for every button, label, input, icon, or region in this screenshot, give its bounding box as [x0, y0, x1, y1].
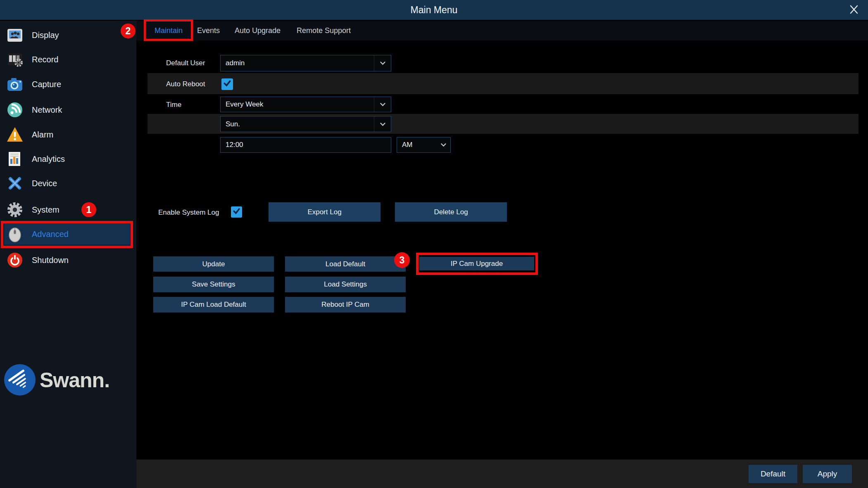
sidebar-item-capture[interactable]: Capture	[0, 73, 136, 95]
alarm-icon	[6, 126, 24, 144]
sidebar-item-network[interactable]: Network	[0, 99, 136, 121]
tab-maintain[interactable]: Maintain	[145, 21, 192, 40]
page-title: Main Menu	[0, 0, 868, 20]
sidebar-item-advanced[interactable]: Advanced	[4, 223, 130, 245]
sidebar-item-record[interactable]: Record	[0, 49, 136, 70]
day-dropdown[interactable]: Sun.	[220, 116, 391, 132]
update-button[interactable]: Update	[153, 256, 274, 272]
mouse-icon	[6, 225, 24, 243]
tab-bar: Maintain Events Auto Upgrade Remote Supp…	[136, 21, 868, 40]
sidebar-item-label: Device	[32, 173, 57, 194]
power-icon	[6, 251, 24, 269]
day-value: Sun.	[221, 120, 374, 128]
reboot-ip-cam-button[interactable]: Reboot IP Cam	[285, 297, 406, 313]
network-icon	[6, 101, 24, 119]
time-label: Time	[166, 101, 181, 109]
close-button[interactable]	[847, 4, 861, 17]
sidebar-item-label: Shutdown	[32, 249, 69, 271]
tab-events[interactable]: Events	[197, 21, 220, 40]
enable-system-log-label: Enable System Log	[158, 208, 219, 217]
chevron-down-icon	[374, 97, 391, 112]
meridiem-dropdown[interactable]: AM	[397, 137, 451, 153]
time-input-value: 12:00	[221, 141, 243, 149]
sidebar-item-label: Capture	[32, 73, 61, 95]
load-settings-button[interactable]: Load Settings	[285, 277, 406, 292]
chevron-down-icon	[374, 55, 391, 71]
swann-logo-text: Swann.	[40, 368, 109, 392]
capture-icon	[6, 75, 24, 93]
sidebar-item-label: System	[32, 199, 59, 220]
record-icon	[6, 50, 24, 69]
tab-label: Remote Support	[297, 26, 351, 35]
default-user-value: admin	[221, 59, 374, 67]
auto-reboot-row	[147, 73, 858, 94]
sidebar-item-label: Analytics	[32, 148, 65, 170]
check-icon	[232, 207, 241, 217]
swann-logo: Swann.	[3, 362, 136, 400]
tab-label: Auto Upgrade	[235, 26, 281, 35]
tab-label: Maintain	[155, 26, 183, 35]
system-icon	[6, 201, 24, 219]
tab-auto-upgrade[interactable]: Auto Upgrade	[235, 21, 281, 40]
device-icon	[6, 174, 24, 192]
tab-label: Events	[197, 26, 220, 35]
sidebar-item-label: Advanced	[32, 223, 69, 245]
sidebar-item-system[interactable]: System	[0, 199, 136, 220]
sidebar-item-alarm[interactable]: Alarm	[0, 124, 136, 145]
sidebar-item-device[interactable]: Device	[0, 173, 136, 194]
export-log-button[interactable]: Export Log	[269, 202, 380, 222]
analytics-icon	[6, 150, 24, 168]
ip-cam-upgrade-button[interactable]: IP Cam Upgrade	[419, 257, 534, 270]
default-user-label: Default User	[166, 59, 205, 67]
save-settings-button[interactable]: Save Settings	[153, 277, 274, 292]
chevron-down-icon	[436, 137, 450, 152]
sidebar-item-label: Alarm	[32, 124, 53, 145]
display-icon	[6, 26, 24, 44]
auto-reboot-checkbox[interactable]	[221, 78, 233, 90]
time-frequency-dropdown[interactable]: Every Week	[220, 97, 391, 112]
load-default-button[interactable]: Load Default	[285, 256, 406, 272]
title-bar: Main Menu	[0, 0, 868, 21]
sidebar-item-display[interactable]: Display	[0, 24, 136, 46]
apply-button[interactable]: Apply	[803, 465, 852, 483]
sidebar: Display Record Capture Network Alarm	[0, 21, 136, 488]
close-icon	[849, 4, 859, 17]
tab-remote-support[interactable]: Remote Support	[297, 21, 351, 40]
sidebar-item-label: Record	[32, 49, 58, 70]
time-input[interactable]: 12:00	[220, 137, 391, 153]
delete-log-button[interactable]: Delete Log	[395, 202, 507, 222]
swann-logo-icon	[3, 363, 36, 398]
enable-system-log-checkbox[interactable]	[231, 206, 242, 218]
sidebar-item-shutdown[interactable]: Shutdown	[0, 249, 136, 271]
default-button[interactable]: Default	[749, 465, 797, 483]
sidebar-item-analytics[interactable]: Analytics	[0, 148, 136, 170]
sidebar-item-label: Display	[32, 24, 59, 46]
main-menu-window: Main Menu Display Record Capture	[0, 0, 868, 488]
auto-reboot-label: Auto Reboot	[166, 80, 205, 88]
time-frequency-value: Every Week	[221, 100, 374, 109]
default-user-dropdown[interactable]: admin	[220, 55, 391, 71]
sidebar-item-label: Network	[32, 99, 62, 121]
ip-cam-load-default-button[interactable]: IP Cam Load Default	[153, 297, 274, 313]
chevron-down-icon	[374, 116, 391, 132]
meridiem-value: AM	[397, 141, 436, 149]
check-icon	[223, 79, 232, 90]
